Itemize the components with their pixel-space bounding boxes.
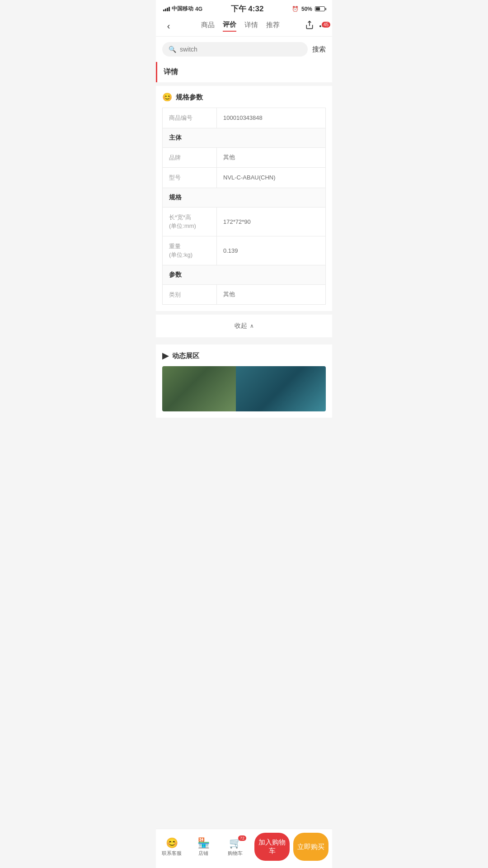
network-label: 4G bbox=[195, 6, 202, 12]
category-label: 类别 bbox=[163, 284, 217, 305]
group-params-label: 参数 bbox=[163, 265, 326, 284]
spec-icon: 😊 bbox=[162, 92, 172, 102]
search-input-wrap[interactable]: 🔍 bbox=[162, 42, 308, 57]
search-button[interactable]: 搜索 bbox=[312, 45, 326, 54]
model-label: 型号 bbox=[163, 168, 217, 188]
dynamic-icon: ▶ bbox=[162, 351, 169, 361]
dynamic-title: ▶ 动态展区 bbox=[162, 351, 326, 361]
search-icon: 🔍 bbox=[169, 46, 176, 53]
group-spec-label: 规格 bbox=[163, 188, 326, 207]
detail-section-header: 详情 bbox=[156, 62, 332, 82]
group-header-main: 主体 bbox=[163, 128, 326, 147]
tab-goods[interactable]: 商品 bbox=[201, 21, 215, 31]
status-bar: 中国移动 4G 下午 4:32 ⏰ 50% bbox=[156, 0, 332, 16]
back-button[interactable]: ‹ bbox=[161, 21, 176, 31]
spec-section-title: 😊 规格参数 bbox=[162, 92, 326, 102]
dimensions-label: 长*宽*高 (单位:mm) bbox=[163, 207, 217, 236]
alarm-icon: ⏰ bbox=[292, 6, 299, 12]
group-header-params: 参数 bbox=[163, 265, 326, 284]
battery-label: 50% bbox=[301, 6, 312, 12]
status-right: ⏰ 50% bbox=[292, 6, 325, 12]
status-left: 中国移动 4G bbox=[163, 5, 202, 13]
tab-recommend[interactable]: 推荐 bbox=[266, 21, 280, 31]
time-label: 下午 4:32 bbox=[231, 4, 264, 14]
product-id-label: 商品编号 bbox=[163, 108, 217, 128]
spec-table: 商品编号 100010343848 主体 品牌 其他 型号 NVL-C-ABAU… bbox=[162, 108, 326, 305]
group-header-spec: 规格 bbox=[163, 188, 326, 207]
nav-tabs: 商品 评价 详情 推荐 bbox=[176, 20, 305, 32]
brand-value: 其他 bbox=[217, 147, 326, 168]
category-value: 其他 bbox=[217, 284, 326, 305]
table-row: 型号 NVL-C-ABAU(CHN) bbox=[163, 168, 326, 188]
notification-badge: 45 bbox=[322, 22, 330, 28]
preview-image-right bbox=[236, 366, 326, 411]
table-row: 品牌 其他 bbox=[163, 147, 326, 168]
model-value: NVL-C-ABAU(CHN) bbox=[217, 168, 326, 188]
search-input[interactable] bbox=[180, 46, 301, 53]
battery-icon bbox=[315, 6, 325, 11]
tab-review[interactable]: 评价 bbox=[223, 20, 236, 32]
dynamic-section: ▶ 动态展区 bbox=[156, 344, 332, 418]
product-id-value: 100010343848 bbox=[217, 108, 326, 128]
table-row: 商品编号 100010343848 bbox=[163, 108, 326, 128]
group-main-label: 主体 bbox=[163, 128, 326, 147]
more-button[interactable]: 45 bbox=[319, 25, 327, 27]
brand-label: 品牌 bbox=[163, 147, 217, 168]
nav-bar: ‹ 商品 评价 详情 推荐 45 bbox=[156, 16, 332, 37]
weight-value: 0.139 bbox=[217, 236, 326, 265]
nav-actions: 45 bbox=[305, 20, 327, 32]
collapse-label: 收起 bbox=[235, 322, 247, 330]
dimensions-value: 172*72*90 bbox=[217, 207, 326, 236]
dynamic-label: 动态展区 bbox=[172, 352, 199, 360]
preview-image-left bbox=[162, 366, 236, 411]
weight-label: 重量 (单位:kg) bbox=[163, 236, 217, 265]
detail-section-label: 详情 bbox=[164, 67, 178, 77]
table-row: 类别 其他 bbox=[163, 284, 326, 305]
spec-section: 😊 规格参数 商品编号 100010343848 主体 品牌 其他 bbox=[156, 86, 332, 311]
table-row: 长*宽*高 (单位:mm) 172*72*90 bbox=[163, 207, 326, 236]
signal-icon bbox=[163, 7, 170, 11]
dynamic-image-preview bbox=[162, 366, 326, 411]
share-icon[interactable] bbox=[305, 20, 314, 32]
tab-detail[interactable]: 详情 bbox=[244, 21, 258, 31]
search-bar: 🔍 搜索 bbox=[156, 37, 332, 62]
collapse-button[interactable]: 收起 ∧ bbox=[156, 315, 332, 337]
section-divider bbox=[156, 337, 332, 341]
table-row: 重量 (单位:kg) 0.139 bbox=[163, 236, 326, 265]
carrier-label: 中国移动 bbox=[172, 5, 193, 13]
spec-title-label: 规格参数 bbox=[176, 93, 203, 102]
collapse-arrow-icon: ∧ bbox=[250, 323, 254, 329]
